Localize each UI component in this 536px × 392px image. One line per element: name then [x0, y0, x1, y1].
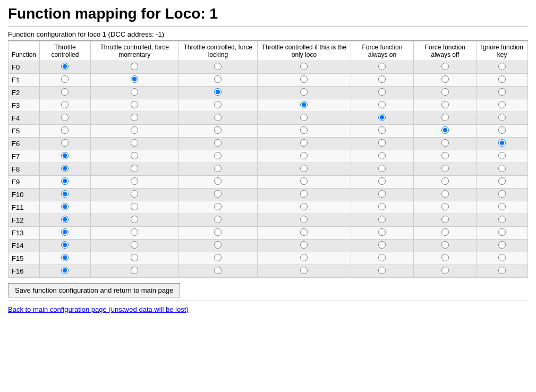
- radio-F16-col0[interactable]: [61, 267, 69, 274]
- radio-F12-col4[interactable]: [378, 216, 386, 223]
- radio-F5-col2[interactable]: [214, 126, 222, 134]
- radio-F13-col1[interactable]: [131, 228, 138, 236]
- radio-F1-col5[interactable]: [441, 75, 449, 83]
- radio-F5-col4[interactable]: [378, 126, 386, 134]
- radio-F3-col5[interactable]: [441, 101, 449, 108]
- radio-F6-col4[interactable]: [378, 139, 386, 147]
- radio-F0-col4[interactable]: [378, 63, 386, 70]
- radio-F2-col6[interactable]: [498, 88, 506, 96]
- radio-F11-col3[interactable]: [300, 203, 308, 210]
- radio-F6-col2[interactable]: [214, 139, 222, 147]
- radio-F9-col1[interactable]: [131, 177, 138, 185]
- radio-F13-col2[interactable]: [214, 228, 222, 236]
- radio-F4-col5[interactable]: [441, 114, 449, 121]
- radio-F7-col5[interactable]: [441, 152, 449, 159]
- radio-F4-col2[interactable]: [214, 114, 222, 121]
- radio-F1-col4[interactable]: [378, 75, 386, 83]
- save-button[interactable]: Save function configuration and return t…: [8, 283, 180, 297]
- radio-F4-col6[interactable]: [498, 114, 506, 121]
- radio-F15-col2[interactable]: [214, 254, 222, 261]
- radio-F14-col3[interactable]: [300, 241, 308, 249]
- radio-F16-col3[interactable]: [300, 267, 308, 274]
- radio-F6-col5[interactable]: [441, 139, 449, 147]
- radio-F3-col1[interactable]: [131, 101, 138, 108]
- radio-F13-col0[interactable]: [61, 228, 69, 236]
- radio-F10-col1[interactable]: [131, 190, 138, 198]
- radio-F7-col4[interactable]: [378, 152, 386, 159]
- radio-F13-col5[interactable]: [441, 228, 449, 236]
- radio-F11-col1[interactable]: [131, 203, 138, 210]
- radio-F15-col3[interactable]: [300, 254, 308, 261]
- radio-F3-col4[interactable]: [378, 101, 386, 108]
- radio-F11-col6[interactable]: [498, 203, 506, 210]
- radio-F1-col1[interactable]: [131, 75, 138, 83]
- radio-F16-col1[interactable]: [131, 267, 138, 274]
- radio-F9-col4[interactable]: [378, 177, 386, 185]
- radio-F8-col5[interactable]: [441, 165, 449, 172]
- radio-F10-col3[interactable]: [300, 190, 308, 198]
- radio-F9-col5[interactable]: [441, 177, 449, 185]
- radio-F7-col3[interactable]: [300, 152, 308, 159]
- radio-F8-col2[interactable]: [214, 165, 222, 172]
- radio-F3-col3[interactable]: [300, 101, 308, 108]
- radio-F11-col2[interactable]: [214, 203, 222, 210]
- radio-F3-col6[interactable]: [498, 101, 506, 108]
- radio-F16-col6[interactable]: [498, 267, 506, 274]
- radio-F8-col3[interactable]: [300, 165, 308, 172]
- radio-F14-col0[interactable]: [61, 241, 69, 249]
- back-link[interactable]: Back to main configuration page (unsaved…: [8, 305, 528, 313]
- radio-F9-col0[interactable]: [61, 177, 69, 185]
- radio-F5-col1[interactable]: [131, 126, 138, 134]
- radio-F8-col1[interactable]: [131, 165, 138, 172]
- radio-F9-col6[interactable]: [498, 177, 506, 185]
- radio-F2-col0[interactable]: [61, 88, 69, 96]
- radio-F6-col1[interactable]: [131, 139, 138, 147]
- radio-F9-col3[interactable]: [300, 177, 308, 185]
- radio-F14-col1[interactable]: [131, 241, 138, 249]
- radio-F13-col3[interactable]: [300, 228, 308, 236]
- radio-F10-col0[interactable]: [61, 190, 69, 198]
- radio-F16-col2[interactable]: [214, 267, 222, 274]
- radio-F11-col5[interactable]: [441, 203, 449, 210]
- radio-F4-col0[interactable]: [61, 114, 69, 121]
- radio-F11-col0[interactable]: [61, 203, 69, 210]
- radio-F9-col2[interactable]: [214, 177, 222, 185]
- radio-F13-col6[interactable]: [498, 228, 506, 236]
- radio-F7-col1[interactable]: [131, 152, 138, 159]
- radio-F0-col3[interactable]: [300, 63, 308, 70]
- radio-F4-col1[interactable]: [131, 114, 138, 121]
- radio-F6-col3[interactable]: [300, 139, 308, 147]
- radio-F0-col6[interactable]: [498, 63, 506, 70]
- radio-F12-col6[interactable]: [498, 216, 506, 223]
- radio-F10-col6[interactable]: [498, 190, 506, 198]
- radio-F1-col6[interactable]: [498, 75, 506, 83]
- radio-F12-col2[interactable]: [214, 216, 222, 223]
- radio-F5-col0[interactable]: [61, 126, 69, 134]
- radio-F1-col2[interactable]: [214, 75, 222, 83]
- radio-F3-col2[interactable]: [214, 101, 222, 108]
- radio-F2-col3[interactable]: [300, 88, 308, 96]
- radio-F15-col5[interactable]: [441, 254, 449, 261]
- radio-F3-col0[interactable]: [61, 101, 69, 108]
- radio-F4-col4[interactable]: [378, 114, 386, 121]
- radio-F14-col2[interactable]: [214, 241, 222, 249]
- radio-F15-col6[interactable]: [498, 254, 506, 261]
- radio-F0-col1[interactable]: [131, 63, 138, 70]
- radio-F7-col0[interactable]: [61, 152, 69, 159]
- radio-F14-col4[interactable]: [378, 241, 386, 249]
- radio-F1-col0[interactable]: [61, 75, 69, 83]
- radio-F15-col4[interactable]: [378, 254, 386, 261]
- radio-F5-col5[interactable]: [441, 126, 449, 134]
- radio-F15-col0[interactable]: [61, 254, 69, 261]
- radio-F7-col6[interactable]: [498, 152, 506, 159]
- radio-F12-col3[interactable]: [300, 216, 308, 223]
- radio-F5-col3[interactable]: [300, 126, 308, 134]
- radio-F2-col2[interactable]: [214, 88, 222, 96]
- radio-F0-col2[interactable]: [214, 63, 222, 70]
- radio-F10-col4[interactable]: [378, 190, 386, 198]
- radio-F6-col0[interactable]: [61, 139, 69, 147]
- radio-F0-col0[interactable]: [61, 63, 69, 70]
- radio-F16-col5[interactable]: [441, 267, 449, 274]
- radio-F8-col4[interactable]: [378, 165, 386, 172]
- radio-F2-col5[interactable]: [441, 88, 449, 96]
